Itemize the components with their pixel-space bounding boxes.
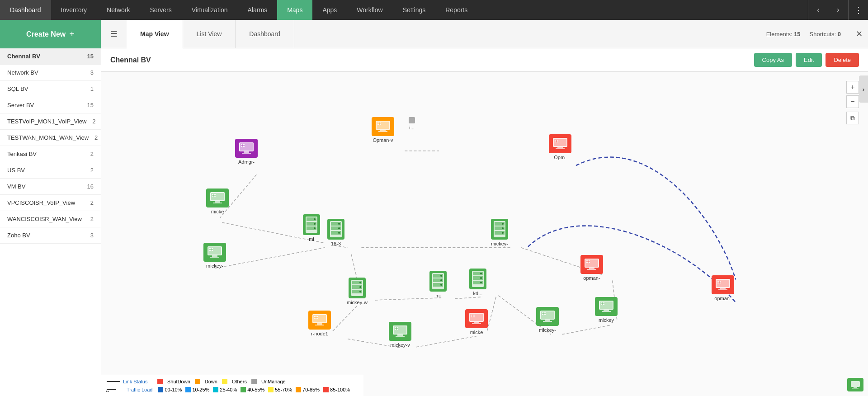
- sidebar-item-count: 16: [85, 183, 94, 190]
- nav-prev-arrow[interactable]: ‹: [808, 0, 828, 20]
- node-label-mickey-left2: mickey-: [206, 263, 223, 269]
- node-mi-server2[interactable]: mi: [429, 271, 447, 298]
- sidebar-item-vmbv[interactable]: VM BV 16: [0, 179, 101, 195]
- pct-55-70: 55-70%: [268, 387, 292, 392]
- sidebar-item-usbv[interactable]: US BV 2: [0, 162, 101, 179]
- tab-list-view[interactable]: List View: [183, 20, 236, 48]
- nav-apps[interactable]: Apps: [312, 0, 347, 20]
- node-mickey-v[interactable]: mickey-v: [389, 322, 411, 348]
- pct-40-55: 40-55%: [241, 387, 264, 392]
- sidebar-item-name: Zoho BV: [7, 232, 85, 239]
- main-layout: Create New + Chennai BV 15 Network BV 3 …: [0, 20, 868, 396]
- node-label-opman-right: opman-: [583, 275, 600, 281]
- nav-more-icon[interactable]: ⋮: [848, 0, 868, 20]
- sidebar-item-serverbv[interactable]: Server BV 15: [0, 97, 101, 113]
- sidebar-item-name: US BV: [7, 167, 85, 174]
- svg-rect-40: [215, 201, 220, 203]
- bottom-right-icon[interactable]: [847, 378, 863, 391]
- sidebar-item-count: 2: [85, 216, 94, 222]
- svg-rect-41: [213, 203, 222, 203]
- nav-maps[interactable]: Maps: [277, 0, 312, 20]
- svg-rect-26: [380, 130, 386, 131]
- node-mickey-far2[interactable]: mickey: [595, 297, 618, 323]
- create-new-label: Create New: [26, 30, 66, 38]
- node-opman-right[interactable]: opman-: [580, 255, 603, 281]
- copy-as-button[interactable]: Copy As: [754, 53, 792, 67]
- nav-virtualization[interactable]: Virtualization: [182, 0, 238, 20]
- nav-workflow[interactable]: Workflow: [347, 0, 392, 20]
- map-canvas[interactable]: + − ⧉: [101, 72, 868, 396]
- right-panel-toggle[interactable]: ›: [859, 75, 868, 103]
- node-label-admgr: Admgr-: [238, 159, 255, 165]
- nav-alarms[interactable]: Alarms: [238, 0, 278, 20]
- map-header: Chennai BV Copy As Edit Delete: [101, 48, 868, 72]
- zoom-in-button[interactable]: +: [846, 81, 859, 94]
- svg-rect-145: [852, 388, 859, 389]
- node-i-label[interactable]: i...: [409, 117, 415, 130]
- node-mickey-right1[interactable]: mickey-: [491, 219, 508, 246]
- nav-reports[interactable]: Reports: [435, 0, 477, 20]
- svg-point-99: [440, 279, 442, 281]
- node-opman-v[interactable]: Opman-v: [372, 117, 394, 143]
- main-content: ☰ Map View List View Dashboard Elements:…: [101, 20, 868, 396]
- node-mickey-left2[interactable]: mickey-: [203, 243, 226, 269]
- pct-10-25: 10-25%: [185, 387, 209, 392]
- node-mickey-w[interactable]: mickey-w: [347, 278, 368, 305]
- expand-button[interactable]: ⧉: [846, 112, 859, 124]
- svg-point-70: [502, 223, 504, 225]
- nav-servers[interactable]: Servers: [140, 0, 181, 20]
- sidebar-item-count: 1: [85, 85, 94, 92]
- nav-next-arrow[interactable]: ›: [828, 0, 848, 20]
- svg-point-65: [338, 232, 340, 234]
- sidebar-item-chennaibv[interactable]: Chennai BV 15: [0, 48, 101, 65]
- svg-rect-110: [317, 323, 322, 325]
- tab-bar: ☰ Map View List View Dashboard Elements:…: [101, 20, 868, 48]
- edit-button[interactable]: Edit: [796, 53, 822, 67]
- svg-rect-131: [545, 320, 550, 321]
- svg-rect-143: [851, 381, 860, 387]
- sidebar-item-networkbv[interactable]: Network BV 3: [0, 65, 101, 81]
- node-mickey-left1[interactable]: micke: [206, 189, 229, 214]
- node-opm-top[interactable]: Opm-: [549, 134, 571, 160]
- sidebar-item-count: 2: [85, 199, 94, 206]
- sidebar-item-vpciscoisr[interactable]: VPCISCOISR_VoIP_View 2: [0, 195, 101, 211]
- create-new-button[interactable]: Create New +: [0, 20, 101, 48]
- nav-settings[interactable]: Settings: [393, 0, 436, 20]
- node-mickey-far1[interactable]: mickey-: [536, 307, 559, 333]
- sidebar-item-tenkasi[interactable]: Tenkasi BV 2: [0, 146, 101, 162]
- nav-network[interactable]: Network: [97, 0, 140, 20]
- sidebar-item-zhobv[interactable]: Zoho BV 3: [0, 227, 101, 244]
- node-opman-far-right[interactable]: opman-: [712, 275, 734, 301]
- sidebar-item-testwan[interactable]: TESTWAN_MON1_WAN_View 2: [0, 130, 101, 146]
- nav-inventory[interactable]: Inventory: [51, 0, 97, 20]
- tab-dashboard[interactable]: Dashboard: [236, 20, 294, 48]
- legend-status-items: ShutDown Down Others UnManage: [157, 379, 286, 384]
- svg-rect-83: [718, 289, 727, 290]
- svg-point-106: [480, 277, 482, 279]
- node-16-3[interactable]: 16-3: [327, 219, 344, 246]
- close-button[interactable]: ✕: [850, 25, 868, 43]
- legend-traffic-label: Traffic Load: [127, 387, 152, 392]
- sidebar-item-wanciscoisr[interactable]: WANCISCOISR_WAN_View 2: [0, 211, 101, 227]
- node-admgr[interactable]: Admgr-: [235, 139, 258, 165]
- tab-map-view[interactable]: Map View: [127, 20, 183, 48]
- node-kd[interactable]: kd...: [469, 269, 486, 296]
- pct-70-85: 70-85%: [296, 387, 320, 392]
- legend-row-2: ↔ Traffic Load 00-10% 10-25%: [107, 387, 358, 392]
- sidebar-item-sqlbv[interactable]: SQL BV 1: [0, 81, 101, 97]
- hamburger-button[interactable]: ☰: [101, 20, 127, 48]
- node-micke-red[interactable]: micke: [465, 309, 488, 335]
- delete-button[interactable]: Delete: [826, 53, 859, 67]
- node-mi-server1[interactable]: mi: [303, 214, 320, 242]
- sidebar-item-testvoip[interactable]: TESTVoIP_MON1_VoIP_View 2: [0, 113, 101, 130]
- svg-rect-48: [210, 257, 219, 258]
- node-label-r-node1: r-node1: [311, 331, 328, 336]
- elements-label: Elements: 15: [766, 31, 801, 38]
- pct-85-100: 85-100%: [323, 387, 350, 392]
- nav-dashboard[interactable]: Dashboard: [0, 0, 51, 20]
- svg-point-63: [338, 223, 340, 225]
- legend-shutdown: ShutDown: [167, 379, 190, 384]
- node-label-mickey-right1: mickey-: [491, 241, 508, 246]
- zoom-out-button[interactable]: −: [846, 95, 859, 108]
- node-r-node1[interactable]: r-node1: [308, 311, 331, 336]
